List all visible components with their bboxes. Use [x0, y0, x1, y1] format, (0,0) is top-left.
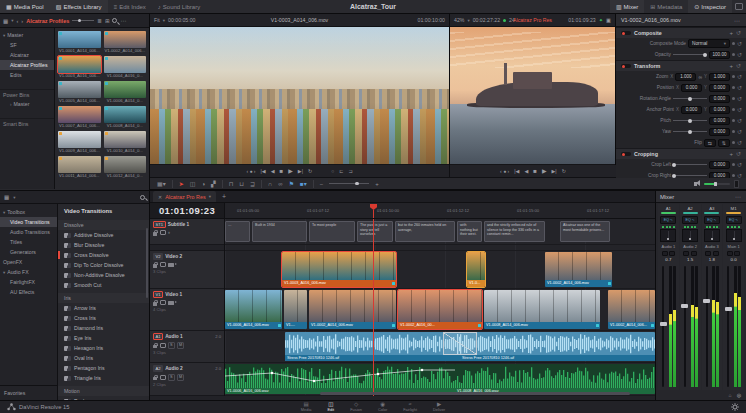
- media-clip-thumbnail[interactable]: [104, 56, 147, 73]
- fader-track[interactable]: [662, 266, 664, 387]
- effect-item-pentagon-iris[interactable]: Pentagon Iris: [58, 363, 149, 373]
- topbar-button-metadata[interactable]: ⊞Metadata: [644, 0, 688, 13]
- reset-icon[interactable]: ↺: [736, 151, 741, 157]
- topbar-button-mixer[interactable]: ▥Mixer: [610, 0, 644, 13]
- reset-icon[interactable]: ↺: [736, 30, 741, 36]
- pan-pad[interactable]: [704, 229, 720, 242]
- keyframe-dot[interactable]: [732, 75, 735, 78]
- mute-button[interactable]: [713, 251, 719, 256]
- value-slider[interactable]: [673, 131, 707, 132]
- effects-tree-item-generators[interactable]: Generators: [0, 247, 57, 257]
- effect-item-hexagon-iris[interactable]: Hexagon Iris: [58, 343, 149, 353]
- effect-item-non-additive-dissolve[interactable]: Non-Additive Dissolve: [58, 270, 149, 280]
- reset-icon[interactable]: ↺: [737, 162, 742, 168]
- topbar-button-media-pool[interactable]: ▦Media Pool: [0, 0, 50, 13]
- keyframe-dot[interactable]: [732, 86, 735, 89]
- fader-knob[interactable]: [681, 304, 688, 308]
- mute-button[interactable]: [734, 251, 740, 256]
- effect-item-cross-dissolve[interactable]: Cross Dissolve: [58, 250, 149, 260]
- lock-icon[interactable]: [153, 302, 157, 306]
- value-box[interactable]: 0.000: [709, 128, 730, 136]
- effects-tree-item-video-transitions[interactable]: Video Transitions: [0, 217, 57, 227]
- value-slider[interactable]: [673, 175, 707, 176]
- add-keyframe-icon[interactable]: +: [729, 30, 733, 36]
- topbar-button-inspector[interactable]: ⊙Inspector: [688, 0, 732, 13]
- mute-button[interactable]: [691, 251, 697, 256]
- topbar-button-edit-index[interactable]: ≡Edit Index: [108, 0, 152, 13]
- arm-button[interactable]: [662, 251, 668, 256]
- play-icon[interactable]: ▶: [288, 169, 293, 174]
- lock-icon[interactable]: [153, 232, 157, 236]
- keyframe-dot[interactable]: [732, 108, 735, 111]
- expander-icon[interactable]: ›: [10, 102, 12, 107]
- subtitle-clip[interactable]: and the strictly enforced rule of silenc…: [484, 221, 545, 242]
- track-badge[interactable]: ST1: [153, 221, 166, 229]
- media-clip-thumbnail[interactable]: [58, 156, 101, 173]
- options-icon[interactable]: ⋯: [735, 193, 742, 200]
- source-zoom-select[interactable]: Fit: [154, 17, 160, 23]
- match-frame-icon[interactable]: ○: [331, 169, 334, 174]
- pan-pad[interactable]: [726, 229, 742, 242]
- window-icon[interactable]: [735, 3, 743, 10]
- y-value-box[interactable]: 0.000: [709, 84, 730, 92]
- zoom-out-icon[interactable]: −: [320, 179, 324, 189]
- reset-icon[interactable]: ↺: [737, 41, 742, 47]
- scrollbar[interactable]: [146, 228, 148, 298]
- reset-icon[interactable]: ↺: [737, 140, 742, 146]
- video-clip[interactable]: V1-0002_A014_006...: [608, 290, 655, 329]
- media-clip[interactable]: V1-0011_A014_006...: [58, 156, 101, 179]
- slider-knob[interactable]: [672, 163, 676, 167]
- value-slider[interactable]: [673, 164, 707, 165]
- effects-tree-item-audio-fx[interactable]: ▾Audio FX: [0, 267, 57, 277]
- media-clip-thumbnail[interactable]: [104, 106, 147, 123]
- insert-clip-icon[interactable]: ⊓: [229, 179, 234, 189]
- list-view-icon[interactable]: ≣: [97, 18, 102, 24]
- timeline-scrollbar[interactable]: [320, 392, 630, 395]
- fader-track[interactable]: [727, 266, 729, 387]
- value-box[interactable]: 0.000: [709, 117, 730, 125]
- bin-item-sf[interactable]: SF: [0, 40, 54, 50]
- topbar-button-effects-library[interactable]: ▧Effects Library: [50, 0, 108, 13]
- expander-icon[interactable]: ▾: [3, 210, 5, 215]
- media-clip[interactable]: V1-0001_A014_006...: [58, 31, 101, 54]
- mute-button[interactable]: [669, 251, 675, 256]
- solo-button[interactable]: S: [168, 374, 175, 381]
- audio-meter-icon[interactable]: [734, 180, 739, 188]
- grade-wand-icon[interactable]: ✦: [599, 17, 603, 23]
- lock-icon[interactable]: [153, 345, 157, 349]
- keyframe-dot[interactable]: [732, 119, 735, 122]
- bin-item-edits[interactable]: Edits: [0, 70, 54, 80]
- selection-tool-icon[interactable]: ➤: [179, 179, 184, 189]
- timeline-tracks[interactable]: …Built in 1934To most peopleThe past is …: [225, 219, 655, 396]
- effects-tree-item-titles[interactable]: Titles: [0, 237, 57, 247]
- timeline-zoom-slider[interactable]: [329, 183, 369, 184]
- flag-icon[interactable]: ⚑: [289, 179, 294, 189]
- reset-icon[interactable]: ↺: [737, 96, 742, 102]
- media-clip-thumbnail[interactable]: [58, 106, 101, 123]
- eq-button[interactable]: EQ∿: [704, 216, 720, 224]
- overwrite-clip-icon[interactable]: ⊔: [239, 179, 244, 189]
- camera-icon[interactable]: [168, 263, 174, 267]
- track-header-st1[interactable]: ST1Subtitle 1‹›: [150, 219, 224, 245]
- thumbnail-view-icon[interactable]: ▦: [3, 18, 8, 24]
- mute-button[interactable]: M: [177, 374, 184, 381]
- video-clip[interactable]: V1-0002_A014_006.mov: [545, 252, 612, 287]
- grid-view-icon[interactable]: ⊞: [105, 18, 110, 24]
- effect-item-triangle-iris[interactable]: Triangle Iris: [58, 373, 149, 383]
- pan-pad[interactable]: [660, 229, 676, 242]
- subtitle-clip[interactable]: Built in 1934: [252, 221, 307, 242]
- effect-item-dip-to-color-dissolve[interactable]: Dip To Color Dissolve: [58, 260, 149, 270]
- effects-tree-item-fairlightfx[interactable]: FairlightFX: [0, 277, 57, 287]
- keyframe-dot[interactable]: [732, 42, 735, 45]
- add-keyframe-icon[interactable]: +: [729, 63, 733, 69]
- eq-button[interactable]: EQ∿: [726, 216, 742, 224]
- media-clip[interactable]: V1-0006_A014_0...: [104, 81, 147, 104]
- audio-clip[interactable]: Stress Free 20170810 1246.aif: [460, 332, 655, 361]
- thumbnail-size-slider[interactable]: [72, 20, 94, 21]
- x-value-box[interactable]: 1.000: [675, 73, 696, 81]
- media-clip-thumbnail[interactable]: [58, 131, 101, 148]
- trim-edit-icon[interactable]: ◫: [190, 179, 196, 189]
- options-icon[interactable]: ⋯: [734, 17, 741, 24]
- slider-knob[interactable]: [672, 174, 676, 178]
- media-clip[interactable]: V1-0009_A014_006...: [58, 131, 101, 154]
